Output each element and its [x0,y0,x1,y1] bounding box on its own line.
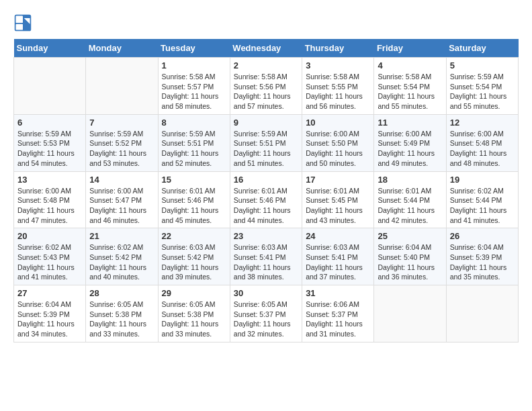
svg-rect-2 [16,16,24,24]
cell-info: Sunrise: 6:06 AM Sunset: 5:37 PM Dayligh… [306,300,370,339]
calendar-cell: 9Sunrise: 5:59 AM Sunset: 5:51 PM Daylig… [230,114,302,171]
week-row-2: 13Sunrise: 6:00 AM Sunset: 5:48 PM Dayli… [14,171,519,228]
day-number: 2 [234,60,298,71]
calendar-cell: 28Sunrise: 6:05 AM Sunset: 5:38 PM Dayli… [86,285,158,342]
day-number: 3 [306,60,370,71]
day-number: 14 [89,175,154,185]
week-row-3: 20Sunrise: 6:02 AM Sunset: 5:43 PM Dayli… [14,228,519,285]
calendar-cell: 26Sunrise: 6:04 AM Sunset: 5:39 PM Dayli… [446,228,518,285]
calendar-cell: 22Sunrise: 6:03 AM Sunset: 5:42 PM Dayli… [158,228,230,285]
calendar-cell: 30Sunrise: 6:05 AM Sunset: 5:37 PM Dayli… [230,285,302,342]
svg-rect-3 [16,24,24,30]
day-number: 12 [450,118,515,128]
cell-info: Sunrise: 6:04 AM Sunset: 5:39 PM Dayligh… [450,242,515,282]
cell-info: Sunrise: 5:58 AM Sunset: 5:54 PM Dayligh… [378,72,442,111]
weekday-header-wednesday: Wednesday [230,39,302,58]
calendar-cell: 19Sunrise: 6:02 AM Sunset: 5:44 PM Dayli… [446,171,518,228]
calendar-cell: 8Sunrise: 5:59 AM Sunset: 5:51 PM Daylig… [158,114,230,171]
calendar-cell: 12Sunrise: 6:00 AM Sunset: 5:48 PM Dayli… [446,114,518,171]
calendar-cell: 14Sunrise: 6:00 AM Sunset: 5:47 PM Dayli… [86,171,158,228]
calendar-cell: 20Sunrise: 6:02 AM Sunset: 5:43 PM Dayli… [14,228,86,285]
day-number: 1 [162,60,226,71]
page-header [13,13,519,32]
day-number: 13 [17,175,82,185]
day-number: 17 [306,175,370,185]
cell-info: Sunrise: 6:05 AM Sunset: 5:38 PM Dayligh… [162,300,226,339]
calendar-cell: 24Sunrise: 6:03 AM Sunset: 5:41 PM Dayli… [302,228,374,285]
day-number: 21 [89,231,154,241]
cell-info: Sunrise: 5:58 AM Sunset: 5:56 PM Dayligh… [234,72,298,111]
calendar-cell: 31Sunrise: 6:06 AM Sunset: 5:37 PM Dayli… [302,285,374,342]
calendar-cell: 4Sunrise: 5:58 AM Sunset: 5:54 PM Daylig… [374,58,446,115]
calendar-cell: 23Sunrise: 6:03 AM Sunset: 5:41 PM Dayli… [230,228,302,285]
logo [13,13,35,32]
calendar-cell: 13Sunrise: 6:00 AM Sunset: 5:48 PM Dayli… [14,171,86,228]
day-number: 25 [378,231,442,241]
cell-info: Sunrise: 6:03 AM Sunset: 5:42 PM Dayligh… [162,242,226,282]
day-number: 23 [234,231,298,241]
cell-info: Sunrise: 6:00 AM Sunset: 5:47 PM Dayligh… [89,186,154,226]
week-row-0: 1Sunrise: 5:58 AM Sunset: 5:57 PM Daylig… [14,58,519,115]
day-number: 11 [378,118,442,128]
calendar-cell: 21Sunrise: 6:02 AM Sunset: 5:42 PM Dayli… [86,228,158,285]
cell-info: Sunrise: 6:03 AM Sunset: 5:41 PM Dayligh… [306,242,370,282]
weekday-header-monday: Monday [86,39,158,58]
cell-info: Sunrise: 6:04 AM Sunset: 5:40 PM Dayligh… [378,242,442,282]
weekday-header-row: SundayMondayTuesdayWednesdayThursdayFrid… [14,39,519,58]
day-number: 9 [234,118,298,128]
day-number: 15 [162,175,226,185]
day-number: 29 [162,288,226,298]
cell-info: Sunrise: 5:59 AM Sunset: 5:52 PM Dayligh… [89,129,154,169]
week-row-1: 6Sunrise: 5:59 AM Sunset: 5:53 PM Daylig… [14,114,519,171]
day-number: 30 [234,288,298,298]
weekday-header-saturday: Saturday [446,39,518,58]
calendar-cell: 11Sunrise: 6:00 AM Sunset: 5:49 PM Dayli… [374,114,446,171]
calendar-cell: 10Sunrise: 6:00 AM Sunset: 5:50 PM Dayli… [302,114,374,171]
calendar-cell: 27Sunrise: 6:04 AM Sunset: 5:39 PM Dayli… [14,285,86,342]
calendar-cell [86,58,158,115]
calendar-cell: 3Sunrise: 5:58 AM Sunset: 5:55 PM Daylig… [302,58,374,115]
calendar-cell: 18Sunrise: 6:01 AM Sunset: 5:44 PM Dayli… [374,171,446,228]
day-number: 5 [450,60,515,71]
cell-info: Sunrise: 5:59 AM Sunset: 5:53 PM Dayligh… [17,129,82,169]
cell-info: Sunrise: 6:05 AM Sunset: 5:37 PM Dayligh… [234,300,298,339]
cell-info: Sunrise: 6:01 AM Sunset: 5:46 PM Dayligh… [234,186,298,226]
day-number: 6 [17,118,82,128]
cell-info: Sunrise: 6:02 AM Sunset: 5:44 PM Dayligh… [450,186,515,226]
cell-info: Sunrise: 6:03 AM Sunset: 5:41 PM Dayligh… [234,242,298,282]
calendar-cell: 7Sunrise: 5:59 AM Sunset: 5:52 PM Daylig… [86,114,158,171]
calendar-cell: 29Sunrise: 6:05 AM Sunset: 5:38 PM Dayli… [158,285,230,342]
day-number: 31 [306,288,370,298]
calendar-cell [374,285,446,342]
day-number: 27 [17,288,82,298]
cell-info: Sunrise: 6:05 AM Sunset: 5:38 PM Dayligh… [89,300,154,339]
calendar-table: SundayMondayTuesdayWednesdayThursdayFrid… [13,39,519,342]
logo-icon [13,13,32,32]
calendar-cell: 6Sunrise: 5:59 AM Sunset: 5:53 PM Daylig… [14,114,86,171]
cell-info: Sunrise: 5:58 AM Sunset: 5:55 PM Dayligh… [306,72,370,111]
day-number: 16 [234,175,298,185]
calendar-cell: 17Sunrise: 6:01 AM Sunset: 5:45 PM Dayli… [302,171,374,228]
weekday-header-sunday: Sunday [14,39,86,58]
day-number: 18 [378,175,442,185]
cell-info: Sunrise: 5:59 AM Sunset: 5:54 PM Dayligh… [450,72,515,111]
cell-info: Sunrise: 5:59 AM Sunset: 5:51 PM Dayligh… [162,129,226,169]
cell-info: Sunrise: 6:00 AM Sunset: 5:50 PM Dayligh… [306,129,370,169]
calendar-cell: 5Sunrise: 5:59 AM Sunset: 5:54 PM Daylig… [446,58,518,115]
calendar-cell: 16Sunrise: 6:01 AM Sunset: 5:46 PM Dayli… [230,171,302,228]
cell-info: Sunrise: 6:02 AM Sunset: 5:43 PM Dayligh… [17,242,82,282]
weekday-header-tuesday: Tuesday [158,39,230,58]
day-number: 19 [450,175,515,185]
cell-info: Sunrise: 6:00 AM Sunset: 5:48 PM Dayligh… [450,129,515,169]
day-number: 20 [17,231,82,241]
day-number: 4 [378,60,442,71]
cell-info: Sunrise: 6:01 AM Sunset: 5:46 PM Dayligh… [162,186,226,226]
cell-info: Sunrise: 5:58 AM Sunset: 5:57 PM Dayligh… [162,72,226,111]
day-number: 26 [450,231,515,241]
day-number: 24 [306,231,370,241]
cell-info: Sunrise: 6:01 AM Sunset: 5:44 PM Dayligh… [378,186,442,226]
calendar-cell: 25Sunrise: 6:04 AM Sunset: 5:40 PM Dayli… [374,228,446,285]
day-number: 22 [162,231,226,241]
cell-info: Sunrise: 6:02 AM Sunset: 5:42 PM Dayligh… [89,242,154,282]
cell-info: Sunrise: 5:59 AM Sunset: 5:51 PM Dayligh… [234,129,298,169]
